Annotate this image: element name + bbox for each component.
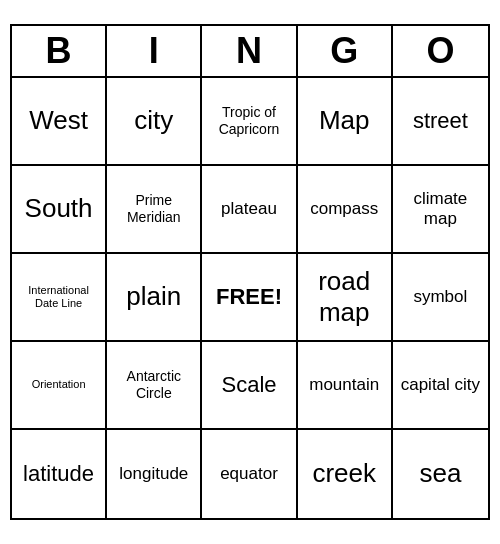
bingo-card: BINGO WestcityTropic of CapricornMapstre… — [10, 24, 490, 520]
cell-text: Antarctic Circle — [111, 368, 196, 402]
bingo-cell: Orientation — [12, 342, 107, 430]
bingo-header-letter: B — [12, 26, 107, 76]
bingo-cell: FREE! — [202, 254, 297, 342]
bingo-cell: equator — [202, 430, 297, 518]
cell-text: symbol — [413, 287, 467, 307]
cell-text: FREE! — [216, 284, 282, 310]
cell-text: creek — [312, 458, 376, 489]
bingo-cell: capital city — [393, 342, 488, 430]
cell-text: capital city — [401, 375, 480, 395]
cell-text: South — [25, 193, 93, 224]
bingo-cell: Map — [298, 78, 393, 166]
cell-text: Map — [319, 105, 370, 136]
bingo-cell: symbol — [393, 254, 488, 342]
cell-text: plain — [126, 281, 181, 312]
cell-text: plateau — [221, 199, 277, 219]
cell-text: Prime Meridian — [111, 192, 196, 226]
cell-text: Orientation — [32, 378, 86, 391]
cell-text: latitude — [23, 461, 94, 487]
cell-text: mountain — [309, 375, 379, 395]
cell-text: sea — [419, 458, 461, 489]
bingo-cell: International Date Line — [12, 254, 107, 342]
bingo-cell: Prime Meridian — [107, 166, 202, 254]
bingo-header-letter: I — [107, 26, 202, 76]
bingo-cell: South — [12, 166, 107, 254]
bingo-cell: climate map — [393, 166, 488, 254]
bingo-cell: latitude — [12, 430, 107, 518]
bingo-cell: city — [107, 78, 202, 166]
cell-text: International Date Line — [16, 284, 101, 310]
cell-text: street — [413, 108, 468, 134]
bingo-grid: WestcityTropic of CapricornMapstreetSout… — [12, 78, 488, 518]
cell-text: road map — [302, 266, 387, 328]
bingo-cell: sea — [393, 430, 488, 518]
cell-text: Tropic of Capricorn — [206, 104, 291, 138]
cell-text: West — [29, 105, 88, 136]
bingo-cell: mountain — [298, 342, 393, 430]
bingo-header-letter: N — [202, 26, 297, 76]
cell-text: Scale — [221, 372, 276, 398]
bingo-cell: street — [393, 78, 488, 166]
bingo-header: BINGO — [12, 26, 488, 78]
bingo-header-letter: G — [298, 26, 393, 76]
cell-text: compass — [310, 199, 378, 219]
cell-text: city — [134, 105, 173, 136]
cell-text: longitude — [119, 464, 188, 484]
cell-text: climate map — [397, 189, 484, 230]
bingo-cell: Tropic of Capricorn — [202, 78, 297, 166]
bingo-cell: creek — [298, 430, 393, 518]
bingo-cell: plain — [107, 254, 202, 342]
bingo-cell: Antarctic Circle — [107, 342, 202, 430]
bingo-cell: Scale — [202, 342, 297, 430]
bingo-cell: West — [12, 78, 107, 166]
bingo-cell: compass — [298, 166, 393, 254]
bingo-header-letter: O — [393, 26, 488, 76]
bingo-cell: plateau — [202, 166, 297, 254]
bingo-cell: road map — [298, 254, 393, 342]
cell-text: equator — [220, 464, 278, 484]
bingo-cell: longitude — [107, 430, 202, 518]
